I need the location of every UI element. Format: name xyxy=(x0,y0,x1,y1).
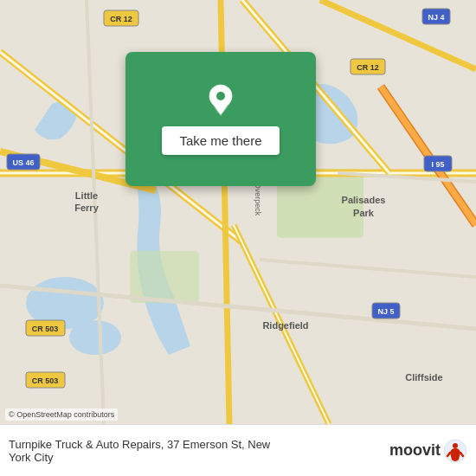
svg-text:I 95: I 95 xyxy=(431,160,444,169)
osm-attribution: © OpenStreetMap contributors xyxy=(5,408,118,421)
svg-text:Palisades: Palisades xyxy=(342,195,386,205)
moovit-logo: moovit xyxy=(389,439,467,463)
svg-text:NJ 4: NJ 4 xyxy=(428,13,444,22)
map-container: CR 12 CR 12 NJ 4 US 46 I 95 NJ 5 CR 503 … xyxy=(0,0,476,424)
svg-text:Little: Little xyxy=(75,190,98,201)
svg-point-49 xyxy=(453,443,458,448)
svg-text:CR 503: CR 503 xyxy=(32,325,59,333)
svg-text:Park: Park xyxy=(353,208,375,218)
map-card: Take me there xyxy=(125,52,316,186)
svg-text:Overpeck: Overpeck xyxy=(254,183,262,216)
svg-text:Ferry: Ferry xyxy=(74,203,99,213)
svg-point-47 xyxy=(216,92,225,100)
svg-text:Ridgefield: Ridgefield xyxy=(262,320,308,331)
svg-text:CR 12: CR 12 xyxy=(110,15,132,23)
footer: Turnpike Truck & Auto Repairs, 37 Emerso… xyxy=(0,424,476,476)
location-pin-icon xyxy=(203,83,238,118)
take-me-there-button[interactable]: Take me there xyxy=(162,126,279,155)
address-line1: Turnpike Truck & Auto Repairs, 37 Emerso… xyxy=(9,438,389,451)
address-line2: York City xyxy=(9,451,389,464)
svg-point-2 xyxy=(69,320,121,355)
svg-text:US 46: US 46 xyxy=(12,158,34,167)
svg-text:CR 12: CR 12 xyxy=(357,63,379,72)
footer-text-block: Turnpike Truck & Auto Repairs, 37 Emerso… xyxy=(9,438,389,464)
svg-text:CR 503: CR 503 xyxy=(32,376,59,385)
moovit-logo-icon xyxy=(443,439,467,463)
svg-rect-4 xyxy=(130,251,199,303)
svg-text:NJ 5: NJ 5 xyxy=(377,307,394,316)
svg-text:Cliffside: Cliffside xyxy=(405,372,442,383)
moovit-text: moovit xyxy=(389,441,441,460)
